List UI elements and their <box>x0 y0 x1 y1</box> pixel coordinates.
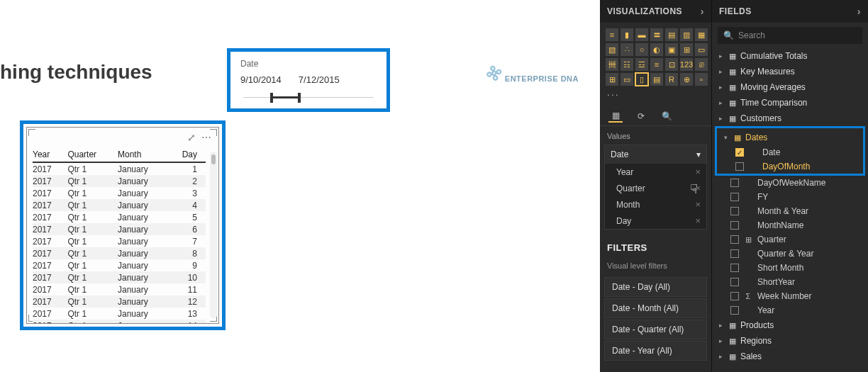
viz-type-icon[interactable]: ▯ <box>635 73 648 86</box>
table-header[interactable]: Day <box>170 147 206 162</box>
slicer-handle-left[interactable] <box>270 93 273 103</box>
checkbox[interactable] <box>730 292 739 300</box>
focus-mode-icon[interactable]: ⤢ <box>187 132 196 143</box>
viz-type-icon[interactable]: ▣ <box>665 43 678 56</box>
field-column[interactable]: Year <box>712 303 868 317</box>
viz-type-icon[interactable]: ☷ <box>621 58 633 71</box>
viz-type-icon[interactable]: ≡ <box>650 58 663 71</box>
viz-type-icon[interactable]: ▧ <box>606 43 618 56</box>
checkbox[interactable]: ✓ <box>735 148 744 157</box>
fields-search[interactable]: 🔍 Search <box>718 27 862 44</box>
viz-type-icon[interactable]: ≡ <box>606 28 618 41</box>
table-row[interactable]: 2017Qtr 1January5 <box>33 211 206 223</box>
viz-type-icon[interactable]: ◐ <box>650 43 663 56</box>
viz-type-icon[interactable]: ▭ <box>695 43 708 56</box>
viz-type-icon[interactable]: ▬ <box>635 28 648 41</box>
table-header[interactable]: Quarter <box>67 147 118 162</box>
field-column[interactable]: DayOfMonth <box>717 159 863 174</box>
field-table[interactable]: ▸▦Sales <box>712 349 868 364</box>
slicer-from[interactable]: 9/10/2014 <box>240 74 282 85</box>
field-column[interactable]: DayOfWeekName <box>712 176 868 190</box>
slicer-to[interactable]: 7/12/2015 <box>299 74 340 85</box>
viz-type-icon[interactable]: R <box>665 73 678 86</box>
well-dropdown-icon[interactable]: ▾ <box>696 150 701 159</box>
table-row[interactable]: 2017Qtr 1January10 <box>33 271 206 283</box>
field-table[interactable]: ▸▦Customers <box>712 111 868 126</box>
viz-type-icon[interactable]: ⊡ <box>665 58 678 71</box>
table-row[interactable]: 2017Qtr 1January7 <box>33 235 206 247</box>
well-item[interactable]: Day× <box>605 213 706 229</box>
table-row[interactable]: 2017Qtr 1January14 <box>33 320 206 323</box>
field-table[interactable]: ▸▦Regions <box>712 333 868 349</box>
filter-item[interactable]: Date - Day (All) <box>604 277 707 297</box>
viz-type-icon[interactable]: ⊞ <box>680 43 693 56</box>
filter-item[interactable]: Date - Month (All) <box>604 298 707 318</box>
well-item[interactable]: Month× <box>605 196 706 213</box>
remove-icon[interactable]: × <box>695 183 701 193</box>
slicer-track[interactable] <box>240 91 377 105</box>
table-row[interactable]: 2017Qtr 1January8 <box>33 247 206 259</box>
remove-icon[interactable]: × <box>695 199 701 210</box>
table-row[interactable]: 2017Qtr 1January12 <box>33 295 206 308</box>
viz-type-icon[interactable]: ▦ <box>695 28 708 41</box>
viz-type-icon[interactable]: 〓 <box>650 28 663 41</box>
viz-type-icon[interactable]: ▫ <box>695 73 708 86</box>
field-column[interactable]: Short Month <box>712 261 868 275</box>
viz-type-icon[interactable]: ▤ <box>650 73 663 86</box>
checkbox[interactable] <box>730 249 739 258</box>
table-row[interactable]: 2017Qtr 1January6 <box>33 223 206 235</box>
table-row[interactable]: 2017Qtr 1January9 <box>33 259 206 271</box>
slicer-handle-right[interactable] <box>298 93 301 103</box>
field-table[interactable]: ▸▦Key Measures <box>712 64 868 79</box>
table-row[interactable]: 2017Qtr 1January1 <box>33 162 206 175</box>
checkbox[interactable] <box>730 306 739 315</box>
field-column[interactable]: FY <box>712 190 868 204</box>
table-row[interactable]: 2017Qtr 1January3 <box>33 187 206 199</box>
viz-type-icon[interactable]: ○ <box>635 43 648 56</box>
viz-type-icon[interactable]: ⊕ <box>680 73 693 86</box>
viz-more-icon[interactable]: ··· <box>600 86 711 103</box>
field-column[interactable]: Month & Year <box>712 204 868 218</box>
viz-type-icon[interactable]: ▥ <box>680 28 693 41</box>
table-row[interactable]: 2017Qtr 1January2 <box>33 175 206 187</box>
viz-type-icon[interactable]: ▮ <box>621 28 633 41</box>
viz-type-icon[interactable]: ☲ <box>635 58 648 71</box>
values-well[interactable]: Date ▾ Year×Quarter×Month×Day× <box>604 145 707 230</box>
viz-type-icon[interactable]: ∴ <box>621 43 633 56</box>
fields-tab[interactable]: ▦ <box>608 110 623 123</box>
field-column[interactable]: ✓Date <box>717 145 863 159</box>
remove-icon[interactable]: × <box>695 167 701 177</box>
field-column[interactable]: ShortYear <box>712 275 868 289</box>
field-table[interactable]: ▸▦Time Comparison <box>712 95 868 111</box>
table-header[interactable]: Month <box>118 147 170 162</box>
checkbox[interactable] <box>730 179 739 187</box>
viz-type-icon[interactable]: ▤ <box>665 28 678 41</box>
well-item[interactable]: Quarter× <box>605 180 706 196</box>
field-table[interactable]: ▸▦Products <box>712 317 868 333</box>
field-table[interactable]: ▾▦Dates <box>717 130 863 145</box>
checkbox[interactable] <box>730 221 739 230</box>
checkbox[interactable] <box>730 193 739 201</box>
filter-item[interactable]: Date - Quarter (All) <box>604 320 707 339</box>
well-item[interactable]: Year× <box>605 164 706 180</box>
checkbox[interactable] <box>730 278 739 286</box>
analytics-tab[interactable]: 🔍 <box>660 110 674 123</box>
checkbox[interactable] <box>735 162 744 171</box>
collapse-fields-icon[interactable]: › <box>857 6 861 17</box>
report-canvas[interactable]: hing techniques ⌘ ENTERPRISE DNA Date 9/… <box>0 0 600 372</box>
table-row[interactable]: 2017Qtr 1January11 <box>33 283 206 295</box>
viz-type-icon[interactable]: 卌 <box>606 58 618 71</box>
collapse-viz-icon[interactable]: › <box>701 6 704 17</box>
table-scrollbar[interactable] <box>210 152 217 319</box>
table-header[interactable]: Year <box>33 147 67 162</box>
format-tab[interactable]: ⟳ <box>634 110 648 123</box>
checkbox[interactable] <box>730 207 739 215</box>
checkbox[interactable] <box>730 235 739 244</box>
field-column[interactable]: Quarter & Year <box>712 247 868 261</box>
table-row[interactable]: 2017Qtr 1January4 <box>33 199 206 211</box>
checkbox[interactable] <box>730 264 739 272</box>
viz-type-icon[interactable]: ⎚ <box>695 58 708 71</box>
field-column[interactable]: ⊞Quarter <box>712 232 868 247</box>
field-table[interactable]: ▸▦Moving Averages <box>712 79 868 95</box>
viz-type-icon[interactable]: 123 <box>680 58 693 71</box>
